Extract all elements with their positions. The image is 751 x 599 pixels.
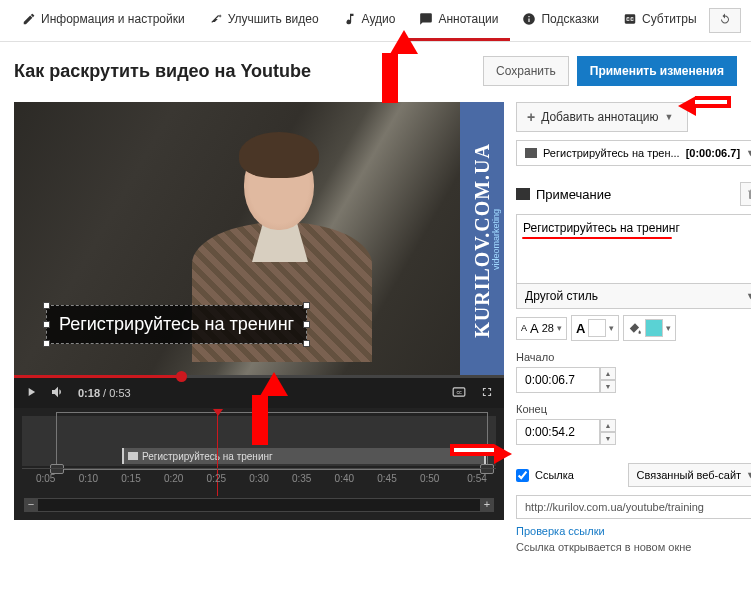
watermark-sub: videomarketing (491, 209, 501, 270)
tick: 0:20 (164, 473, 183, 484)
chevron-down-icon: ▾ (666, 323, 671, 333)
video-player[interactable]: KURILOV.COM.UA videomarketing Регистриру… (14, 102, 504, 378)
cc-icon (623, 12, 637, 26)
trash-icon (746, 187, 751, 201)
resize-handle[interactable] (43, 302, 50, 309)
link-type-label: Связанный веб-сайт (637, 469, 742, 481)
resize-handle[interactable] (43, 321, 50, 328)
timeline-track[interactable]: Регистрируйтесь на тренинг (22, 416, 496, 466)
tick: 0:45 (377, 473, 396, 484)
link-note: Ссылка открывается в новом окне (516, 541, 751, 553)
zoom-out-button[interactable]: − (24, 498, 38, 512)
font-color-picker[interactable]: A ▾ (571, 315, 619, 341)
font-size-picker[interactable]: AA 28 ▾ (516, 317, 567, 340)
chevron-down-icon: ▼ (746, 148, 751, 158)
link-type-select[interactable]: Связанный веб-сайт ▼ (628, 463, 751, 487)
timeline: Регистрируйтесь на тренинг 0:05 0:10 0:1… (14, 408, 504, 520)
tab-info[interactable]: Информация и настройки (10, 0, 197, 41)
annotation-overlay-text: Регистрируйтесь на тренинг (59, 314, 294, 334)
save-button[interactable]: Сохранить (483, 56, 569, 86)
cc-toggle[interactable]: cc (450, 385, 468, 401)
time-step-down[interactable]: ▼ (600, 432, 616, 445)
tick: 0:50 (420, 473, 439, 484)
tab-info-label: Информация и настройки (41, 12, 185, 26)
color-swatch (588, 319, 606, 337)
annotation-item-time: [0:00:06.7] (686, 147, 740, 159)
end-time-input[interactable] (516, 419, 600, 445)
time-step-up[interactable]: ▲ (600, 419, 616, 432)
link-checkbox[interactable] (516, 469, 529, 482)
link-url-input[interactable] (516, 495, 751, 519)
timeline-annotation-item[interactable]: Регистрируйтесь на тренинг (122, 448, 486, 464)
delete-annotation-button[interactable] (740, 182, 751, 206)
music-note-icon (343, 12, 357, 26)
info-icon (522, 12, 536, 26)
font-size-icon: A (530, 321, 539, 336)
section-title: Примечание (536, 187, 611, 202)
resize-handle[interactable] (303, 302, 310, 309)
chevron-down-icon: ▾ (609, 323, 614, 333)
add-annotation-button[interactable]: + Добавить аннотацию ▼ (516, 102, 688, 132)
tick: 0:54 (467, 473, 486, 484)
tab-subtitles-label: Субтитры (642, 12, 697, 26)
fullscreen-button[interactable] (480, 385, 494, 401)
player-controls: 0:18 / 0:53 cc (14, 378, 504, 408)
progress-bar[interactable] (14, 375, 504, 378)
tab-enhance-label: Улучшить видео (228, 12, 319, 26)
annotation-item-label: Регистрируйтесь на трен... (543, 147, 680, 159)
revert-button[interactable] (709, 8, 741, 33)
tab-audio[interactable]: Аудио (331, 0, 408, 41)
tick: 0:05 (36, 473, 55, 484)
timeline-zoom-bar[interactable]: − + (24, 498, 494, 512)
paint-bucket-icon (628, 321, 642, 335)
timeline-ruler: 0:05 0:10 0:15 0:20 0:25 0:30 0:35 0:40 … (22, 468, 496, 492)
chevron-down-icon: ▾ (557, 323, 562, 333)
tab-audio-label: Аудио (362, 12, 396, 26)
tab-subtitles[interactable]: Субтитры (611, 0, 709, 41)
tick: 0:35 (292, 473, 311, 484)
note-icon (128, 452, 138, 460)
undo-icon (718, 13, 732, 25)
color-swatch (645, 319, 663, 337)
resize-handle[interactable] (43, 340, 50, 347)
annotation-overlay[interactable]: Регистрируйтесь на тренинг (46, 305, 307, 344)
timeline-annotation-label: Регистрируйтесь на тренинг (142, 451, 273, 462)
tick: 0:40 (335, 473, 354, 484)
style-select[interactable]: Другой стиль ▼ (516, 283, 751, 309)
duration: 0:53 (109, 387, 130, 399)
time-step-up[interactable]: ▲ (600, 367, 616, 380)
tab-enhance[interactable]: Улучшить видео (197, 0, 331, 41)
resize-handle[interactable] (303, 340, 310, 347)
chevron-down-icon: ▼ (746, 470, 751, 480)
annotation-text-input[interactable]: Регистрируйтесь на тренинг (516, 214, 751, 284)
speech-bubble-icon (419, 12, 433, 26)
tick: 0:30 (249, 473, 268, 484)
chevron-down-icon: ▼ (665, 112, 674, 122)
tick: 0:15 (121, 473, 140, 484)
zoom-in-button[interactable]: + (480, 498, 494, 512)
tab-hints[interactable]: Подсказки (510, 0, 611, 41)
font-size-value: 28 (542, 322, 554, 334)
time-step-down[interactable]: ▼ (600, 380, 616, 393)
link-label: Ссылка (535, 469, 574, 481)
play-icon (24, 385, 38, 399)
play-button[interactable] (24, 385, 38, 401)
start-time-label: Начало (516, 351, 751, 363)
resize-handle[interactable] (303, 321, 310, 328)
video-title: Как раскрутить видео на Youtube (14, 61, 311, 82)
add-annotation-label: Добавить аннотацию (541, 110, 658, 124)
current-time: 0:18 (78, 387, 100, 399)
style-select-label: Другой стиль (525, 289, 598, 303)
annotation-list-item[interactable]: Регистрируйтесь на трен... [0:00:06.7] ▼ (516, 140, 751, 166)
volume-button[interactable] (50, 384, 66, 402)
apply-changes-button[interactable]: Применить изменения (577, 56, 737, 86)
bg-color-picker[interactable]: ▾ (623, 315, 676, 341)
start-time-input[interactable] (516, 367, 600, 393)
tick: 0:25 (207, 473, 226, 484)
link-test-link[interactable]: Проверка ссылки (516, 525, 751, 537)
end-time-label: Конец (516, 403, 751, 415)
tab-annotations-label: Аннотации (438, 12, 498, 26)
progress-handle[interactable] (176, 371, 187, 382)
tab-annotations[interactable]: Аннотации (407, 0, 510, 41)
wand-icon (209, 12, 223, 26)
